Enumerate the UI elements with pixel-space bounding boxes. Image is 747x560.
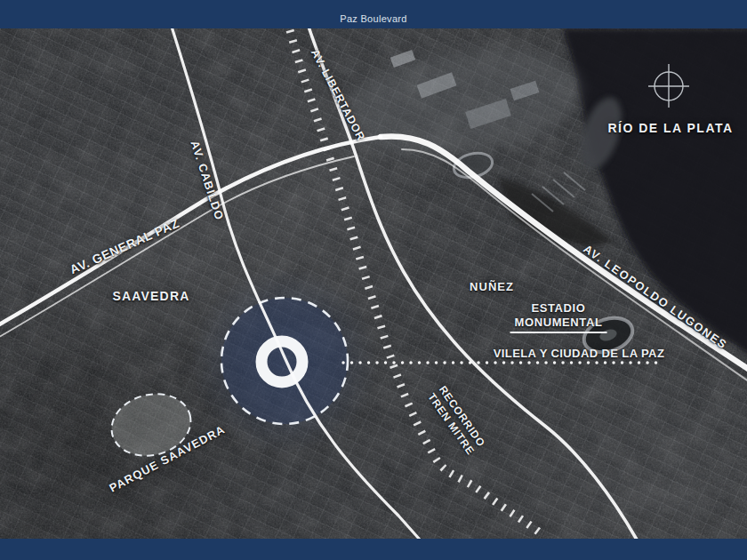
slide: AV. GENERAL PAZ SAAVEDRA AV. CABILDO AV.… — [0, 0, 747, 560]
label-estadio-line1: ESTADIO — [531, 301, 585, 315]
slide-caption: Paz Boulevard — [340, 13, 406, 24]
slide-bottom-border — [0, 539, 747, 560]
slide-top-border: Paz Boulevard — [0, 0, 747, 28]
label-vilela-ciudad-de-la-paz: VILELA Y CIUDAD DE LA PAZ — [494, 347, 665, 360]
label-estadio-monumental: ESTADIO MONUMENTAL — [510, 301, 607, 333]
label-saavedra: SAAVEDRA — [112, 289, 189, 303]
label-rio-de-la-plata: RÍO DE LA PLATA — [607, 121, 733, 135]
label-estadio-line2: MONUMENTAL — [510, 316, 607, 333]
label-nunez: NUÑEZ — [470, 280, 514, 293]
